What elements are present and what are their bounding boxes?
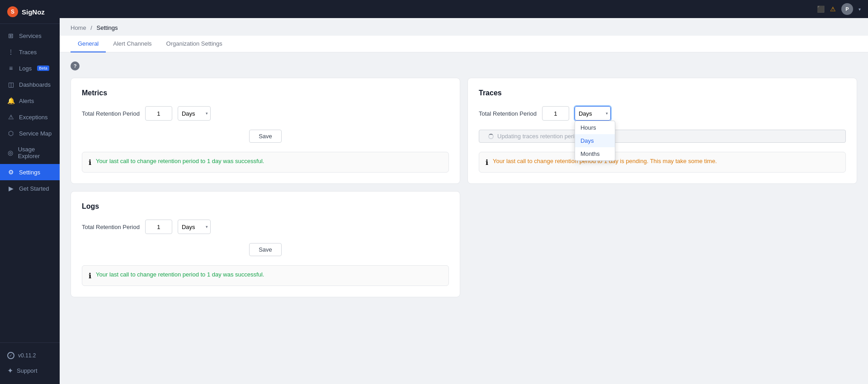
sidebar-item-label: Get Started (19, 185, 49, 192)
sidebar-item-services[interactable]: ⊞ Services (0, 28, 60, 44)
traces-card-title: Traces (479, 89, 846, 97)
sidebar-item-dashboards[interactable]: ◫ Dashboards (0, 76, 60, 93)
sidebar-bottom: ✓ v0.11.2 ✦ Support (0, 342, 60, 384)
version-icon: ✓ (7, 352, 14, 359)
traces-dropdown-menu: Hours Days Months (575, 121, 615, 161)
traces-status-row: ℹ Your last call to change retention per… (479, 152, 846, 173)
toggle-icon[interactable]: ⬛ (817, 5, 825, 13)
logs-card-title: Logs (82, 202, 449, 211)
chevron-down-icon[interactable]: ▾ (859, 7, 861, 12)
logs-unit-wrapper: Hours Days Months ▾ (178, 220, 211, 234)
logs-save-button[interactable]: Save (249, 243, 282, 256)
sidebar-item-label: Service Map (19, 130, 52, 137)
breadcrumb-separator: / (90, 24, 92, 31)
support-label: Support (17, 367, 38, 374)
metrics-retention-label: Total Retention Period (82, 110, 140, 117)
dropdown-item-days[interactable]: Days (575, 134, 615, 147)
breadcrumb-home[interactable]: Home (71, 24, 86, 31)
sidebar-item-service-map[interactable]: ⬡ Service Map (0, 125, 60, 141)
sidebar-item-traces[interactable]: ⋮ Traces (0, 44, 60, 60)
sidebar-item-label: Dashboards (19, 81, 51, 88)
dropdown-item-hours[interactable]: Hours (575, 121, 615, 134)
exceptions-icon: ⚠ (7, 113, 14, 121)
breadcrumb: Home / Settings (60, 18, 868, 36)
help-icon[interactable]: ? (71, 61, 80, 70)
metrics-status-row: ℹ Your last call to change retention per… (82, 152, 449, 173)
cards-row-2: Logs Total Retention Period Hours Days M… (71, 191, 857, 297)
version-item: ✓ v0.11.2 (0, 348, 60, 363)
support-item[interactable]: ✦ Support (0, 363, 60, 379)
traces-unit-select-wrapper: ▾ (575, 106, 611, 121)
logs-icon: ≡ (7, 65, 14, 72)
logo-icon: S (7, 6, 18, 17)
sidebar-item-usage-explorer[interactable]: ◎ Usage Explorer (0, 141, 60, 164)
settings-icon: ⚙ (7, 169, 14, 176)
logs-retention-label: Total Retention Period (82, 224, 140, 230)
logs-unit-select[interactable]: Hours Days Months (178, 220, 211, 234)
topbar: ⬛ ⚠ P ▾ (60, 0, 868, 18)
updating-label: Updating traces retention period (497, 133, 581, 140)
dropdown-item-months[interactable]: Months (575, 147, 615, 160)
app-name: SigNoz (22, 8, 45, 16)
traces-card: Traces Total Retention Period ▾ Hours Da… (467, 78, 857, 184)
usage-explorer-icon: ◎ (7, 149, 14, 156)
support-icon: ✦ (7, 366, 13, 375)
sidebar-item-label: Alerts (19, 98, 34, 104)
logs-status-text: Your last call to change retention perio… (96, 271, 264, 278)
version-label: v0.11.2 (18, 352, 36, 359)
traces-retention-input[interactable] (542, 106, 569, 121)
metrics-unit-wrapper: Hours Days Months ▾ (178, 106, 211, 121)
sidebar-item-label: Usage Explorer (18, 146, 52, 159)
avatar[interactable]: P (841, 3, 853, 15)
info-circle-icon-3: ℹ (89, 272, 91, 280)
services-icon: ⊞ (7, 32, 14, 39)
metrics-save-button[interactable]: Save (249, 130, 282, 143)
tab-general[interactable]: General (71, 36, 106, 52)
sidebar-item-settings[interactable]: ⚙ Settings (0, 164, 60, 180)
sidebar-item-label: Services (19, 33, 42, 39)
main-content: Home / Settings General Alert Channels O… (60, 18, 868, 384)
sidebar: S SigNoz ⊞ Services ⋮ Traces ≡ Logs Beta… (0, 0, 60, 384)
metrics-unit-select[interactable]: Hours Days Months (178, 106, 211, 121)
cards-row-1: Metrics Total Retention Period Hours Day… (71, 78, 857, 184)
traces-icon: ⋮ (7, 48, 14, 56)
logs-retention-row: Total Retention Period Hours Days Months… (82, 220, 449, 234)
tabs: General Alert Channels Organization Sett… (60, 36, 868, 52)
alerts-icon: 🔔 (7, 97, 14, 104)
sidebar-item-label: Settings (19, 169, 40, 176)
traces-retention-row: Total Retention Period ▾ Hours Days Mont… (479, 106, 846, 121)
sidebar-item-exceptions[interactable]: ⚠ Exceptions (0, 109, 60, 125)
info-circle-icon-2: ℹ (486, 158, 488, 167)
logs-retention-input[interactable] (145, 220, 172, 234)
logs-card: Logs Total Retention Period Hours Days M… (71, 191, 460, 297)
warning-icon: ⚠ (830, 5, 836, 13)
traces-unit-display[interactable] (575, 106, 611, 121)
metrics-retention-input[interactable] (145, 106, 172, 121)
sidebar-item-label: Traces (19, 49, 37, 56)
sidebar-item-label: Logs (19, 65, 32, 72)
metrics-retention-row: Total Retention Period Hours Days Months… (82, 106, 449, 121)
spinner-icon (488, 134, 494, 139)
tab-alert-channels[interactable]: Alert Channels (106, 36, 159, 52)
dashboards-icon: ◫ (7, 81, 14, 88)
sidebar-item-alerts[interactable]: 🔔 Alerts (0, 93, 60, 109)
sidebar-item-logs[interactable]: ≡ Logs Beta (0, 60, 60, 76)
traces-unit-dropdown-wrapper: ▾ Hours Days Months (575, 106, 611, 121)
metrics-status-text: Your last call to change retention perio… (96, 158, 264, 164)
sidebar-item-get-started[interactable]: ▶ Get Started (0, 180, 60, 197)
tab-org-settings[interactable]: Organization Settings (159, 36, 230, 52)
sidebar-nav: ⊞ Services ⋮ Traces ≡ Logs Beta ◫ Dashbo… (0, 24, 60, 342)
metrics-card: Metrics Total Retention Period Hours Day… (71, 78, 460, 184)
metrics-card-title: Metrics (82, 89, 449, 97)
logs-status-row: ℹ Your last call to change retention per… (82, 265, 449, 286)
beta-badge: Beta (37, 66, 49, 71)
sidebar-item-label: Exceptions (19, 114, 48, 121)
info-circle-icon: ℹ (89, 158, 91, 167)
service-map-icon: ⬡ (7, 130, 14, 137)
logo: S SigNoz (0, 0, 60, 24)
traces-retention-label: Total Retention Period (479, 110, 537, 117)
get-started-icon: ▶ (7, 185, 14, 192)
settings-content: ? Metrics Total Retention Period Hours D… (60, 52, 868, 384)
traces-updating-button: Updating traces retention period (479, 130, 846, 143)
breadcrumb-current: Settings (97, 24, 118, 31)
